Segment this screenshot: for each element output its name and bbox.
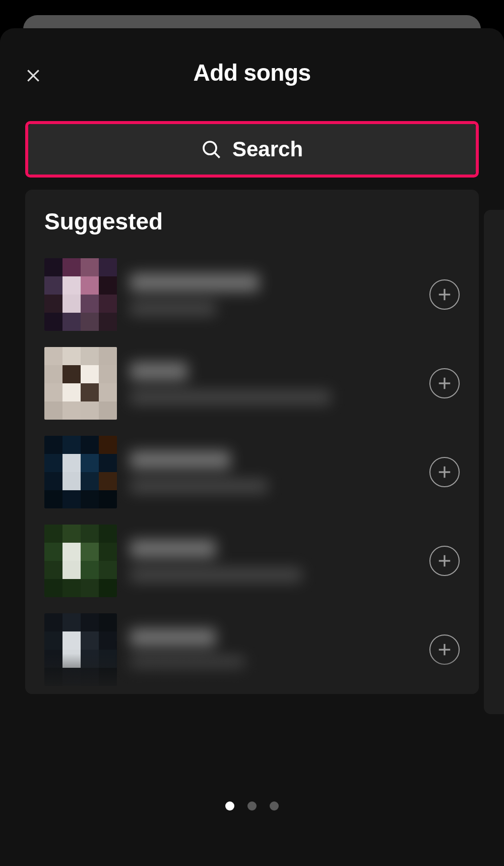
song-subtitle [130,657,244,671]
album-art [44,613,117,686]
song-title [130,628,216,647]
album-art [44,258,117,331]
song-meta [130,540,416,582]
add-song-button[interactable] [429,457,460,487]
section-title: Suggested [40,208,464,235]
song-row[interactable] [40,339,464,428]
close-icon [25,68,41,84]
song-subtitle [130,390,331,405]
song-row[interactable] [40,428,464,516]
song-subtitle [130,479,268,493]
page-dot[interactable] [247,801,257,811]
page-title: Add songs [193,59,310,86]
suggested-card: Suggested [25,190,479,694]
song-subtitle [130,568,302,582]
page-dot[interactable] [225,801,234,811]
svg-line-3 [215,153,220,158]
plus-icon [437,465,452,480]
plus-icon [437,642,452,657]
search-button[interactable]: Search [28,124,476,175]
song-meta [130,451,416,493]
page-dot[interactable] [270,801,279,811]
plus-icon [437,376,452,391]
album-art [44,347,117,420]
header: Add songs [0,42,504,103]
search-label: Search [232,137,303,161]
song-meta [130,362,416,405]
song-row[interactable] [40,516,464,605]
add-song-button[interactable] [429,546,460,576]
add-song-button[interactable] [429,279,460,310]
search-icon [201,139,221,159]
svg-point-2 [204,142,216,154]
plus-icon [437,553,452,568]
modal-sheet: Add songs Search Suggested [0,28,504,866]
song-title [130,362,187,380]
album-art [44,525,117,597]
song-title [130,273,259,292]
song-subtitle [130,302,216,316]
song-row[interactable] [40,605,464,694]
plus-icon [437,287,452,302]
close-button[interactable] [22,65,44,87]
song-title [130,540,216,558]
song-meta [130,628,416,671]
song-title [130,451,230,469]
next-card-peek[interactable] [484,210,504,714]
pagination-dots [0,801,504,811]
song-row[interactable] [40,250,464,339]
add-song-button[interactable] [429,634,460,665]
search-highlight: Search [25,121,479,178]
song-meta [130,273,416,316]
add-song-button[interactable] [429,368,460,398]
album-art [44,436,117,508]
